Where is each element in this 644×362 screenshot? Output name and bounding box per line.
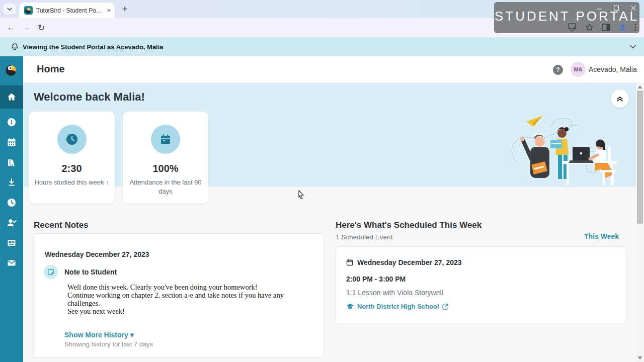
hours-studied-card: 2:30 Hours studied this week ↑ bbox=[29, 112, 115, 204]
schedule-heading: Here's What's Scheduled This Week bbox=[336, 220, 481, 230]
attendance-value: 100% bbox=[152, 163, 178, 174]
scrollbar-thumb[interactable] bbox=[637, 90, 643, 224]
side-panel-icon[interactable] bbox=[602, 24, 610, 31]
scheduled-event-card: Wednesday December 27, 2023 2:00 PM - 3:… bbox=[336, 246, 626, 324]
event-title: 1:1 Lesson with Viola Storywell bbox=[346, 289, 443, 297]
sidebar-item-info[interactable] bbox=[0, 112, 23, 133]
browser-tab[interactable]: TutorBird - Student Portal × bbox=[19, 3, 115, 18]
news-icon bbox=[7, 238, 17, 248]
browser-action-icons bbox=[568, 23, 636, 31]
tab-close-icon[interactable]: × bbox=[107, 7, 111, 14]
home-icon bbox=[7, 92, 17, 102]
tab-title: TutorBird - Student Portal bbox=[36, 7, 104, 14]
event-time: 2:00 PM - 3:00 PM bbox=[346, 275, 406, 283]
welcome-band: Welcome back Malia! bbox=[23, 83, 644, 187]
tutorbird-favicon bbox=[24, 6, 33, 15]
clock-icon bbox=[7, 198, 17, 208]
external-link-icon bbox=[442, 304, 448, 310]
welcome-heading: Welcome back Malia! bbox=[34, 90, 145, 104]
overlay-title: STUDENT PORTAL bbox=[494, 9, 639, 24]
graduation-cap-icon bbox=[346, 303, 354, 310]
event-date: Wednesday December 27, 2023 bbox=[357, 258, 462, 266]
chevron-down-icon bbox=[7, 8, 12, 11]
sidebar-item-attendance[interactable] bbox=[0, 212, 23, 233]
hours-label: Hours studied this week ↑ bbox=[34, 178, 110, 187]
forward-button[interactable]: → bbox=[20, 22, 32, 34]
hours-value: 2:30 bbox=[61, 163, 82, 174]
recent-notes-heading: Recent Notes bbox=[34, 220, 89, 230]
note-title: Note to Student bbox=[64, 268, 117, 276]
note-date: Wednesday December 27, 2023 bbox=[45, 250, 149, 258]
banner-collapse-chevron-icon[interactable] bbox=[629, 43, 637, 51]
sidebar-item-messages[interactable] bbox=[0, 252, 23, 274]
calendar-icon bbox=[346, 259, 353, 266]
scroll-down-arrow[interactable] bbox=[638, 356, 642, 359]
note-icon bbox=[44, 265, 58, 279]
laptop-icon bbox=[569, 147, 594, 163]
tab-search-button[interactable] bbox=[3, 4, 16, 15]
info-icon bbox=[7, 117, 17, 127]
recent-notes-card: Wednesday December 27, 2023 Note to Stud… bbox=[34, 233, 325, 358]
viewing-as-banner: Viewing the Student Portal as Acevado, M… bbox=[0, 37, 644, 56]
attendance-calendar-icon bbox=[151, 125, 180, 154]
banner-text: Viewing the Student Portal as Acevado, M… bbox=[23, 43, 164, 51]
sidebar bbox=[0, 56, 23, 362]
scheduled-event-count: 1 Scheduled Event bbox=[336, 233, 392, 241]
page-title: Home bbox=[37, 63, 65, 75]
screen: TutorBird - Student Portal × + ← → ↻ app… bbox=[0, 0, 644, 362]
sidebar-item-hours[interactable] bbox=[0, 192, 23, 213]
sidebar-item-calendar[interactable] bbox=[0, 132, 23, 153]
mail-icon bbox=[7, 258, 17, 268]
bell-icon bbox=[11, 43, 19, 51]
study-illustration bbox=[503, 111, 621, 187]
menu-kebab-icon[interactable] bbox=[634, 23, 636, 31]
scrollbar[interactable] bbox=[636, 83, 644, 362]
this-week-link[interactable]: This Week bbox=[584, 232, 619, 240]
note-line: Continue working on chapter 2, section a… bbox=[67, 291, 309, 307]
history-caption: Showing history for last 7 days bbox=[64, 340, 153, 348]
content: Welcome back Malia! bbox=[23, 83, 644, 362]
scroll-up-arrow[interactable] bbox=[638, 85, 642, 88]
clock-icon bbox=[57, 125, 87, 154]
avatar[interactable]: MA bbox=[571, 62, 586, 77]
sidebar-item-news[interactable] bbox=[0, 232, 23, 253]
profile-icon[interactable] bbox=[618, 23, 626, 31]
show-more-history-link[interactable]: Show More History ▾ bbox=[64, 331, 134, 339]
calendar-icon bbox=[7, 137, 17, 147]
star-icon[interactable] bbox=[585, 23, 594, 31]
person-raising-hand bbox=[520, 135, 550, 178]
back-button[interactable]: ← bbox=[5, 22, 17, 34]
attendance-label: Attendance in the last 90 days bbox=[128, 178, 203, 196]
help-button[interactable]: ? bbox=[553, 65, 563, 75]
tutorbird-logo bbox=[5, 63, 19, 77]
event-location-link[interactable]: North District High School bbox=[346, 303, 448, 310]
paper-plane-icon bbox=[526, 116, 542, 127]
sidebar-item-library[interactable] bbox=[0, 152, 23, 173]
note-body: Well done this week. Clearly you've been… bbox=[67, 283, 309, 315]
download-icon bbox=[7, 177, 17, 188]
chevron-double-up-icon bbox=[616, 95, 623, 102]
page-header: Home ? MA Acevado, Malia bbox=[23, 56, 644, 83]
new-tab-button[interactable]: + bbox=[119, 3, 131, 15]
install-icon[interactable] bbox=[568, 23, 577, 31]
note-line: See you next week! bbox=[67, 307, 309, 315]
event-date-row: Wednesday December 27, 2023 bbox=[346, 258, 462, 266]
user-name[interactable]: Acevado, Malia bbox=[589, 65, 637, 73]
collapse-welcome-button[interactable] bbox=[611, 89, 629, 108]
student-check-icon bbox=[7, 218, 17, 228]
person-with-book bbox=[550, 127, 569, 179]
library-icon bbox=[7, 157, 17, 167]
chevron-right-icon[interactable]: › bbox=[616, 232, 618, 240]
attendance-card: 100% Attendance in the last 90 days bbox=[123, 112, 208, 204]
reload-button[interactable]: ↻ bbox=[35, 22, 47, 34]
sidebar-item-downloads[interactable] bbox=[0, 172, 23, 193]
sidebar-item-home[interactable] bbox=[0, 85, 23, 109]
note-line: Well done this week. Clearly you've been… bbox=[67, 283, 309, 291]
trend-up-icon: ↑ bbox=[106, 178, 109, 186]
student-portal-overlay: STUDENT PORTAL bbox=[494, 2, 639, 33]
event-location: North District High School bbox=[357, 303, 439, 310]
